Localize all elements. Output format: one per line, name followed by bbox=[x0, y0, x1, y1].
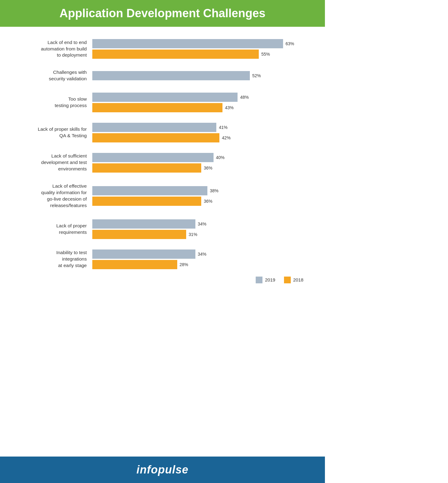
bar-2019 bbox=[92, 39, 283, 48]
chart-row: Lack of proper skills for QA & Testing41… bbox=[18, 123, 306, 142]
bar-label-text: Too slow testing process bbox=[18, 96, 92, 109]
bar-pct-2018: 28% bbox=[180, 262, 188, 267]
bar-wrapper-2019: 34% bbox=[92, 249, 306, 259]
bars-column: 40%36% bbox=[92, 153, 306, 173]
bar-wrapper-2018: 42% bbox=[92, 133, 306, 142]
bar-wrapper-2019: 34% bbox=[92, 219, 306, 229]
bar-wrapper-2018: 36% bbox=[92, 197, 306, 206]
chart-row: Inability to test integrations at early … bbox=[18, 249, 306, 269]
brand-name: infopulse bbox=[137, 463, 189, 476]
bar-pct-2019: 34% bbox=[198, 252, 206, 257]
bar-pct-2019: 40% bbox=[216, 155, 225, 160]
bar-pct-2018: 43% bbox=[225, 105, 234, 110]
chart-legend: 20192018 bbox=[18, 277, 306, 283]
bar-2019 bbox=[92, 123, 216, 132]
chart-row: Too slow testing process48%43% bbox=[18, 93, 306, 112]
bar-2019 bbox=[92, 186, 207, 195]
bar-wrapper-2019: 48% bbox=[92, 93, 306, 102]
bar-pct-2018: 42% bbox=[222, 135, 230, 140]
bar-wrapper-2019: 38% bbox=[92, 186, 306, 195]
row-spacer bbox=[18, 211, 306, 219]
bar-pct-2019: 41% bbox=[219, 125, 227, 130]
bar-label-text: Inability to test integrations at early … bbox=[18, 249, 92, 269]
row-spacer bbox=[18, 241, 306, 249]
bar-label-text: Lack of effective quality information fo… bbox=[18, 183, 92, 209]
bar-pct-2019: 48% bbox=[240, 95, 249, 100]
chart-area: Lack of end to end automation from build… bbox=[0, 27, 325, 457]
legend-item-2019: 2019 bbox=[256, 277, 275, 283]
bar-2018 bbox=[92, 163, 201, 173]
bar-label-text: Lack of end to end automation from build… bbox=[18, 39, 92, 59]
bar-2018 bbox=[92, 230, 186, 239]
chart-row: Lack of proper requirements34%31% bbox=[18, 219, 306, 239]
bars-column: 41%42% bbox=[92, 123, 306, 142]
bars-column: 38%36% bbox=[92, 186, 306, 206]
bar-pct-2019: 34% bbox=[198, 222, 206, 226]
bars-column: 34%28% bbox=[92, 249, 306, 269]
page-footer: infopulse bbox=[0, 457, 325, 483]
bar-2019 bbox=[92, 153, 214, 162]
page-title: Application Development Challenges bbox=[9, 7, 316, 20]
legend-label-2019: 2019 bbox=[265, 277, 275, 282]
bar-wrapper-2019: 63% bbox=[92, 39, 306, 48]
bar-wrapper-2018: 36% bbox=[92, 163, 306, 173]
bar-2018 bbox=[92, 133, 219, 142]
row-spacer bbox=[18, 174, 306, 183]
bars-column: 34%31% bbox=[92, 219, 306, 239]
legend-swatch-2019 bbox=[256, 277, 262, 283]
bar-pct-2018: 55% bbox=[261, 52, 270, 57]
bar-wrapper-2018: 43% bbox=[92, 103, 306, 112]
bar-wrapper-2018: 28% bbox=[92, 260, 306, 269]
chart-row: Challenges with security validation52% bbox=[18, 69, 306, 82]
bar-pct-2019: 63% bbox=[286, 41, 294, 46]
bar-label-text: Lack of sufficient development and test … bbox=[18, 153, 92, 172]
legend-label-2018: 2018 bbox=[293, 277, 303, 282]
bars-column: 48%43% bbox=[92, 93, 306, 112]
bar-label-text: Challenges with security validation bbox=[18, 69, 92, 82]
bar-wrapper-2018: 31% bbox=[92, 230, 306, 239]
row-spacer bbox=[18, 114, 306, 123]
chart-row: Lack of sufficient development and test … bbox=[18, 153, 306, 173]
bar-2018 bbox=[92, 50, 259, 59]
bar-label-text: Lack of proper requirements bbox=[18, 223, 92, 236]
page-header: Application Development Challenges bbox=[0, 0, 325, 27]
bar-pct-2018: 36% bbox=[204, 166, 212, 170]
legend-item-2018: 2018 bbox=[284, 277, 303, 283]
bar-wrapper-2019: 40% bbox=[92, 153, 306, 162]
row-spacer bbox=[18, 61, 306, 69]
bars-column: 63%55% bbox=[92, 39, 306, 59]
bar-wrapper-2019: 52% bbox=[92, 71, 306, 80]
chart-row: Lack of end to end automation from build… bbox=[18, 39, 306, 59]
bar-label-text: Lack of proper skills for QA & Testing bbox=[18, 126, 92, 139]
bar-wrapper-2018: 55% bbox=[92, 50, 306, 59]
chart-row: Lack of effective quality information fo… bbox=[18, 183, 306, 209]
bar-2019 bbox=[92, 219, 195, 229]
bar-2019 bbox=[92, 249, 195, 259]
bar-pct-2019: 38% bbox=[210, 188, 218, 193]
row-spacer bbox=[18, 144, 306, 153]
bar-2018 bbox=[92, 260, 177, 269]
bar-pct-2019: 52% bbox=[252, 73, 261, 78]
bar-2018 bbox=[92, 103, 222, 112]
row-spacer bbox=[18, 84, 306, 93]
bar-2019 bbox=[92, 93, 238, 102]
bar-2019 bbox=[92, 71, 250, 80]
bar-wrapper-2019: 41% bbox=[92, 123, 306, 132]
bar-2018 bbox=[92, 197, 201, 206]
legend-swatch-2018 bbox=[284, 277, 291, 283]
bar-pct-2018: 31% bbox=[189, 232, 197, 237]
bar-pct-2018: 36% bbox=[204, 199, 212, 204]
bars-column: 52% bbox=[92, 71, 306, 80]
